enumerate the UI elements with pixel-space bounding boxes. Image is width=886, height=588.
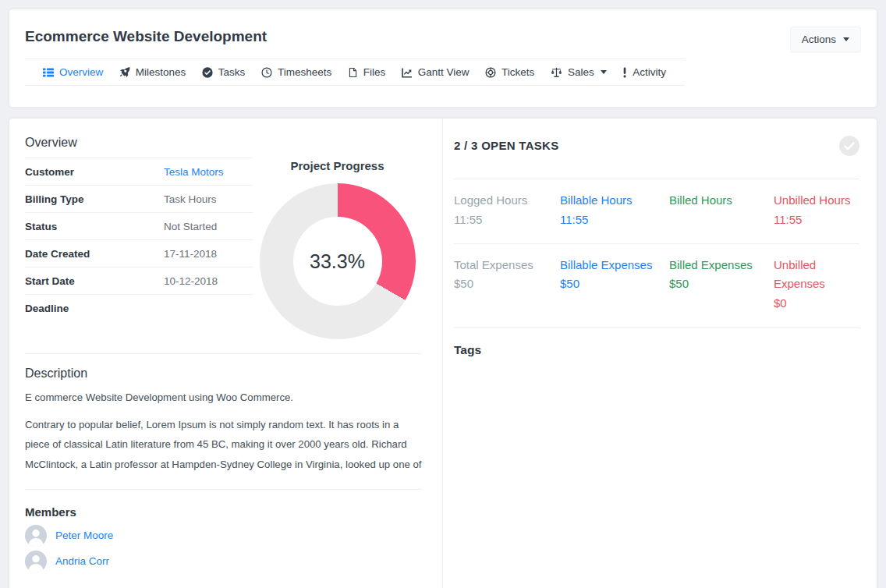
overview-body: CustomerTesla MotorsBilling TypeTask Hou… (25, 158, 422, 339)
stat-value: $50 (454, 275, 552, 294)
stat-value: 11:55 (454, 211, 552, 230)
list-icon (43, 67, 54, 78)
rocket-icon (119, 67, 130, 78)
chart-title: Project Progress (290, 159, 384, 172)
tab-sales[interactable]: Sales (551, 66, 607, 78)
tab-label: Files (363, 66, 386, 78)
member-avatar-icon (25, 551, 47, 572)
info-value: Not Started (164, 221, 217, 232)
info-label: Status (25, 213, 164, 240)
life-ring-icon (485, 67, 496, 78)
info-label: Customer (25, 158, 164, 186)
stat-label: Billed Hours (669, 191, 766, 211)
tags-heading: Tags (454, 343, 859, 357)
info-value: Task Hours (164, 193, 217, 205)
tasks-panel: 2 / 3 OPEN TASKS Logged Hours11:55Billab… (443, 119, 877, 588)
caret-down-icon (601, 70, 607, 74)
tab-activity[interactable]: Activity (622, 66, 666, 78)
stat-label: Total Expenses (454, 256, 552, 275)
tab-label: Tasks (218, 66, 246, 78)
stat-label: Unbilled Hours (774, 191, 852, 211)
overview-heading: Overview (25, 136, 422, 150)
progress-percentage: 33.3% (293, 217, 382, 306)
stats-row: Total Expenses$50Billable Expenses$50Bil… (454, 244, 859, 328)
info-row-billing-type: Billing TypeTask Hours (25, 186, 253, 213)
member-item: Andria Corr (25, 551, 422, 572)
stat-label: Logged Hours (454, 191, 552, 211)
stat-label: Unbilled Expenses (774, 256, 852, 295)
info-value: 17-11-2018 (164, 248, 217, 260)
page-title: Ecommerce Website Development (25, 28, 861, 45)
members-list: Peter MooreAndria Corr (25, 525, 422, 572)
info-label: Deadline (25, 295, 164, 322)
divider (25, 489, 422, 490)
stat-billable-expenses: Billable Expenses$50 (560, 256, 669, 313)
caret-down-icon (843, 37, 849, 41)
stat-billed-hours: Billed Hours (669, 191, 774, 230)
stat-value: $0 (774, 294, 852, 313)
overview-panel: Overview CustomerTesla MotorsBilling Typ… (9, 119, 443, 588)
progress-donut: 33.3% (260, 183, 416, 339)
tab-label: Sales (568, 66, 594, 78)
tab-gantt-view[interactable]: Gantt View (402, 66, 470, 78)
stat-unbilled-expenses: Unbilled Expenses$0 (774, 256, 859, 313)
project-page: Ecommerce Website Development Actions Ov… (0, 0, 886, 588)
description-section: Description E commerce Website Developme… (25, 367, 422, 475)
file-icon (348, 67, 358, 78)
chart-line-icon (402, 67, 413, 78)
info-value: 10-12-2018 (164, 275, 218, 287)
project-tabs: OverviewMilestonesTasksTimesheetsFilesGa… (25, 58, 685, 86)
description-paragraph: E commerce Website Development using Woo… (25, 388, 422, 408)
stat-value: $50 (669, 275, 766, 294)
description-paragraph: Contrary to popular belief, Lorem Ipsum … (25, 415, 422, 475)
actions-button-label: Actions (802, 34, 836, 45)
stat-value: 11:55 (774, 211, 852, 230)
tab-milestones[interactable]: Milestones (119, 66, 186, 78)
info-row-deadline: Deadline (25, 295, 253, 322)
tab-label: Milestones (136, 66, 186, 78)
stat-label: Billed Expenses (669, 256, 766, 275)
stat-value: $50 (560, 275, 661, 294)
stat-value: 11:55 (560, 211, 661, 230)
tab-timesheets[interactable]: Timesheets (261, 66, 331, 78)
member-item: Peter Moore (25, 525, 422, 547)
stat-label: Billable Expenses (560, 256, 661, 275)
stat-label: Billable Hours (560, 191, 661, 211)
info-row-date-created: Date Created17-11-2018 (25, 240, 253, 267)
project-progress-chart: Project Progress 33.3% (253, 159, 422, 339)
member-link-peter-moore[interactable]: Peter Moore (55, 530, 113, 541)
tab-files[interactable]: Files (348, 66, 386, 78)
tab-label: Overview (59, 66, 103, 78)
project-overview-card: Overview CustomerTesla MotorsBilling Typ… (9, 119, 877, 588)
exclamation-icon (622, 67, 627, 78)
stat-total-expenses: Total Expenses$50 (454, 256, 560, 313)
member-link-andria-corr[interactable]: Andria Corr (55, 555, 109, 567)
info-row-start-date: Start Date10-12-2018 (25, 267, 253, 295)
customer-link[interactable]: Tesla Motors (164, 166, 224, 178)
actions-button[interactable]: Actions (790, 27, 861, 52)
info-label: Date Created (25, 240, 164, 267)
info-row-customer: CustomerTesla Motors (25, 158, 253, 186)
stat-logged-hours: Logged Hours11:55 (454, 191, 560, 230)
tab-label: Activity (633, 66, 666, 78)
open-tasks-heading: 2 / 3 OPEN TASKS (454, 139, 559, 152)
stats-row: Logged Hours11:55Billable Hours11:55Bill… (454, 179, 859, 244)
tab-tasks[interactable]: Tasks (202, 66, 246, 78)
member-avatar-icon (25, 525, 47, 547)
tab-tickets[interactable]: Tickets (485, 66, 534, 78)
description-heading: Description (25, 367, 422, 381)
stat-billable-hours: Billable Hours11:55 (560, 191, 669, 230)
project-complete-check-icon[interactable] (839, 136, 859, 159)
tab-label: Gantt View (418, 66, 470, 78)
stat-unbilled-hours: Unbilled Hours11:55 (774, 191, 859, 230)
project-info-table: CustomerTesla MotorsBilling TypeTask Hou… (25, 158, 253, 321)
tab-label: Timesheets (278, 66, 331, 78)
tasks-panel-header: 2 / 3 OPEN TASKS (454, 136, 859, 159)
project-header-card: Ecommerce Website Development Actions Ov… (9, 9, 877, 107)
info-label: Start Date (25, 267, 164, 295)
tab-label: Tickets (501, 66, 534, 78)
scale-icon (551, 67, 562, 78)
info-row-status: StatusNot Started (25, 213, 253, 240)
tab-overview[interactable]: Overview (43, 66, 103, 78)
members-heading: Members (25, 505, 422, 519)
